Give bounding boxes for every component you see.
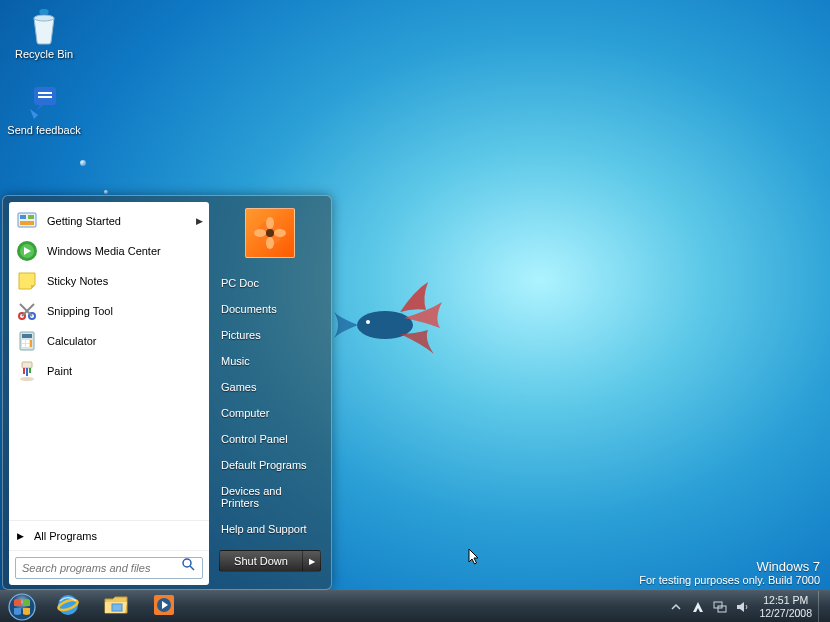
calculator-icon [15,329,39,353]
svg-rect-4 [38,92,52,94]
mouse-cursor [468,548,480,566]
program-label: Getting Started [47,215,121,227]
program-paint[interactable]: Paint [9,356,209,386]
program-label: Sticky Notes [47,275,108,287]
svg-rect-18 [22,340,25,343]
start-menu-left-pane: Getting Started ▶ Windows Media Center S… [9,202,209,585]
watermark: Windows 7 For testing purposes only. Bui… [639,559,820,586]
svg-line-15 [20,304,32,316]
program-snipping-tool[interactable]: Snipping Tool [9,296,209,326]
svg-point-31 [266,229,274,237]
svg-point-2 [34,15,54,21]
svg-rect-5 [38,96,52,98]
all-programs-button[interactable]: ▶ All Programs [9,520,209,550]
right-link-pictures[interactable]: Pictures [213,322,327,348]
svg-line-14 [22,304,34,316]
svg-rect-9 [20,221,34,225]
program-getting-started[interactable]: Getting Started ▶ [9,206,209,236]
svg-point-27 [20,377,34,381]
svg-rect-21 [22,344,25,347]
action-center-icon[interactable] [689,598,707,616]
start-menu-program-list: Getting Started ▶ Windows Media Center S… [9,202,209,520]
desktop-icon-recycle-bin[interactable]: Recycle Bin [6,4,82,61]
taskbar-pin-media-player[interactable] [141,593,187,621]
volume-icon[interactable] [733,598,751,616]
svg-point-28 [183,559,191,567]
svg-rect-23 [22,362,32,368]
program-label: Windows Media Center [47,245,161,257]
right-link-music[interactable]: Music [213,348,327,374]
search-icon [181,557,195,574]
program-calculator[interactable]: Calculator [9,326,209,356]
user-picture[interactable] [245,208,295,258]
getting-started-icon [15,209,39,233]
sticky-notes-icon [15,269,39,293]
shutdown-button[interactable]: Shut Down ▶ [219,550,321,572]
send-feedback-icon [23,80,65,122]
right-link-help-and-support[interactable]: Help and Support [213,516,327,542]
start-menu-right-pane: PC Doc Documents Pictures Music Games Co… [213,202,327,585]
svg-point-0 [357,311,413,339]
svg-point-1 [366,320,370,324]
svg-rect-8 [28,215,34,219]
svg-point-35 [274,229,286,237]
taskbar-pin-internet-explorer[interactable] [45,593,91,621]
right-link-control-panel[interactable]: Control Panel [213,426,327,452]
right-link-pc-doc[interactable]: PC Doc [213,270,327,296]
tray-up-arrow-icon[interactable] [667,598,685,616]
svg-rect-7 [20,215,26,219]
program-sticky-notes[interactable]: Sticky Notes [9,266,209,296]
windows-media-center-icon [15,239,39,263]
media-player-icon [152,593,176,621]
recycle-bin-icon [23,4,65,46]
svg-rect-20 [30,340,32,347]
taskbar: 12:51 PM 12/27/2008 [0,590,830,622]
desktop-icon-send-feedback[interactable]: Send feedback [6,80,82,137]
submenu-arrow-icon: ▶ [196,216,203,226]
svg-point-33 [266,237,274,249]
svg-rect-40 [112,604,122,611]
shutdown-options-arrow-icon[interactable]: ▶ [302,551,320,571]
program-label: Calculator [47,335,97,347]
show-desktop-button[interactable] [818,591,828,623]
program-windows-media-center[interactable]: Windows Media Center [9,236,209,266]
right-link-devices-and-printers[interactable]: Devices and Printers [213,478,327,516]
taskbar-clock[interactable]: 12:51 PM 12/27/2008 [753,594,818,620]
network-icon[interactable] [711,598,729,616]
svg-rect-22 [26,344,29,347]
right-link-games[interactable]: Games [213,374,327,400]
svg-point-34 [254,229,266,237]
system-tray: 12:51 PM 12/27/2008 [665,591,830,623]
all-programs-arrow-icon: ▶ [17,531,24,541]
start-menu: Getting Started ▶ Windows Media Center S… [2,195,332,590]
svg-rect-17 [22,334,32,338]
right-link-computer[interactable]: Computer [213,400,327,426]
svg-point-37 [9,594,35,620]
svg-point-32 [266,217,274,229]
search-input[interactable] [15,557,203,579]
taskbar-pin-explorer[interactable] [93,593,139,621]
svg-rect-19 [26,340,29,343]
program-label: Snipping Tool [47,305,113,317]
snipping-tool-icon [15,299,39,323]
start-button[interactable] [0,591,44,623]
svg-line-29 [190,566,194,570]
program-label: Paint [47,365,72,377]
internet-explorer-icon [55,592,81,622]
right-link-default-programs[interactable]: Default Programs [213,452,327,478]
folder-icon [103,594,129,620]
paint-icon [15,359,39,383]
right-link-documents[interactable]: Documents [213,296,327,322]
